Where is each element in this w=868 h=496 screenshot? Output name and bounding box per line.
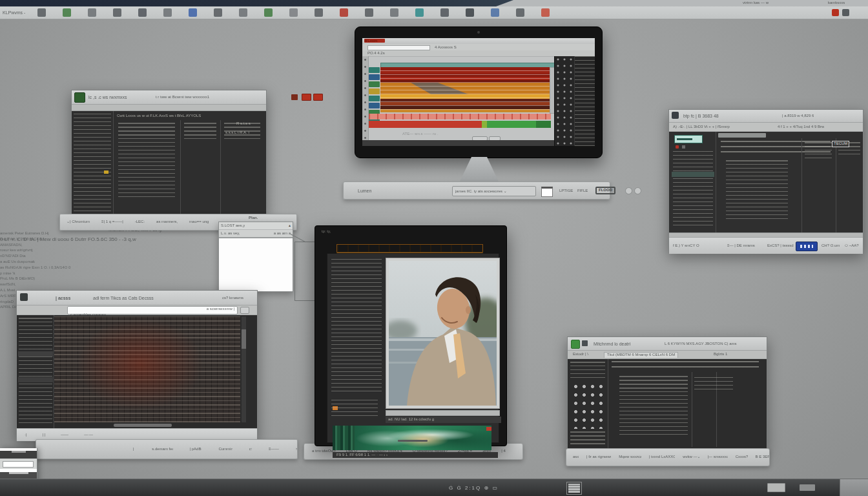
lowerright-bottom-item[interactable]: Mqew sxxzca [619, 455, 641, 460]
sidebar-highlight[interactable] [672, 172, 714, 177]
toolbar-icon[interactable] [138, 8, 147, 17]
right-status-mid1[interactable]: ≡— | DE mrams [727, 243, 755, 249]
data-grid[interactable] [54, 316, 240, 422]
toolbar-icon[interactable] [315, 8, 323, 17]
toolbar-icon[interactable] [466, 8, 474, 17]
toolbar-icon[interactable] [541, 8, 550, 17]
chevron-up-icon[interactable]: ▴ [289, 223, 291, 229]
preview-scrollbar[interactable] [386, 410, 500, 416]
toolbar-icon[interactable] [390, 8, 398, 17]
tab-strip[interactable] [718, 133, 766, 138]
lowerright-bottom-item[interactable]: | fz as rigrsews [586, 455, 611, 460]
taskbar-widget2[interactable] [800, 484, 815, 491]
right-sidebar-list[interactable] [673, 151, 713, 229]
floating-toolbar-item[interactable]: Cummins… [218, 447, 232, 452]
track-label[interactable] [369, 81, 380, 87]
toolbar-strip-item[interactable]: -LEC: [135, 220, 145, 225]
window-left-title-tab[interactable]: t r tww at Bcwmt tww wxxxxxx1 [156, 95, 209, 100]
popup-header-row2[interactable]: L.v. as vey, a as am a [219, 230, 293, 238]
scroll-thumb[interactable] [242, 329, 246, 349]
tabs-left[interactable]: Estodr | \ [573, 352, 588, 357]
sidebar-list[interactable] [19, 318, 52, 425]
address-bar[interactable]: c scrambles cummm a scwmwxxmw | [67, 306, 238, 315]
floating-toolbar-item[interactable]: s.demam fedam.s [152, 447, 172, 452]
right-status-right[interactable]: ⬭ ~AA? [845, 243, 859, 249]
toolbar-icon[interactable] [113, 8, 121, 17]
address-side-button[interactable] [240, 307, 249, 314]
lowerleft-titlebar[interactable]: | acsss adl ferm Tikcs as Cats Decsss cs… [17, 291, 257, 305]
toolbar-strip-item[interactable]: as manners, [156, 220, 178, 225]
sidebar-icon-grid[interactable] [572, 382, 605, 429]
tool-strip[interactable] [362, 56, 369, 146]
teal-input-box[interactable] [674, 135, 703, 143]
taskbar-widget[interactable] [767, 483, 785, 492]
lowerright-bottom-item[interactable]: B E 3EF [756, 455, 769, 460]
filmstrip-image[interactable] [355, 426, 491, 450]
toolbar-icon[interactable] [365, 8, 373, 17]
shelf-badge[interactable]: FLOOD [595, 187, 615, 194]
taskbar-notes-icon[interactable] [566, 482, 582, 495]
timeline-grid[interactable] [380, 67, 550, 112]
toolbar-icon[interactable] [63, 8, 71, 17]
toolbar-icon[interactable] [88, 8, 96, 17]
track-label[interactable] [369, 103, 380, 108]
close-button[interactable] [302, 94, 311, 101]
floating-toolbar-item[interactable]: ≡———| [269, 447, 279, 452]
lowerleft-title-center[interactable]: adl ferm Tikcs as Cats Decsss [93, 295, 154, 301]
track-label[interactable] [369, 96, 380, 101]
toolbar-icon[interactable] [440, 8, 449, 17]
display-shelf-item[interactable]: | 4 [501, 449, 506, 454]
toolbar-icon[interactable] [239, 8, 247, 17]
code-block[interactable] [619, 376, 688, 435]
popup-header-row1[interactable]: S.LOST aes,y ▴ [219, 222, 293, 230]
toolbar-strip-item[interactable]: mao== ung [189, 220, 209, 225]
tabs-mid[interactable]: Titul (MBDTM 6 Mnamp 6 CELxN 6 DM [604, 352, 678, 358]
shelf-label1[interactable]: LPTIGE [559, 189, 573, 194]
tabs-right[interactable]: Bglzts 1 [714, 352, 727, 357]
toolbar-right-gray-icon[interactable] [842, 9, 849, 16]
track-label[interactable] [369, 67, 380, 73]
toolbar-right-red-icon[interactable] [832, 9, 839, 16]
sidebar-highlight-row2[interactable] [18, 377, 53, 382]
shelf-dropdown[interactable]: james IIC. iy ats axcewores ⌄ [452, 186, 536, 196]
right-status-mid2[interactable]: ExCS? | tssssd [767, 243, 794, 249]
toolbar-strip-item[interactable]: ≡| 1 q =——| [101, 220, 123, 225]
right-titlebar[interactable]: btp fc | B 3683 48 | a.8319 w 4,829 6 [669, 110, 863, 123]
lowerright-bottom-item[interactable]: | txxnd LxAXXO [649, 455, 676, 460]
track-label[interactable] [369, 74, 380, 80]
shelf-label2[interactable]: FIFLE [577, 189, 588, 194]
shelf-circle-icon[interactable] [625, 187, 632, 194]
floating-toolbar-item[interactable]: c> [249, 447, 252, 452]
toolbar-icon[interactable] [491, 8, 499, 17]
shelf-circle-icon2[interactable] [634, 187, 641, 194]
title-darkred-button[interactable] [291, 94, 298, 100]
tecum-box[interactable]: TECUM [832, 141, 849, 147]
sidebar-highlight-row[interactable] [18, 351, 53, 356]
lowerright-bottom-item[interactable]: Cxxxs? [736, 455, 748, 460]
corner-window-titlebar[interactable] [0, 451, 37, 459]
toolbar-icon[interactable] [264, 8, 273, 17]
code-panel[interactable] [331, 259, 382, 395]
blue-badge[interactable] [796, 242, 818, 251]
floating-toolbar-item[interactable]: | | [133, 447, 135, 452]
toolbar-icon[interactable] [340, 8, 348, 17]
toolbar-icon[interactable] [289, 8, 298, 17]
grid-vscrollbar[interactable] [242, 316, 246, 422]
search-input[interactable] [367, 45, 430, 50]
lowerright-bottom-item[interactable]: wvkw —⌄ [683, 455, 699, 460]
lowerright-bottom-item[interactable]: |— smsxxxd [708, 455, 728, 460]
left-tree-panel[interactable] [74, 114, 111, 212]
floating-toolbar-item[interactable]: > [296, 447, 297, 452]
toolbar-icon[interactable] [163, 8, 172, 17]
popup-body[interactable] [219, 238, 293, 291]
window-left-titlebar[interactable]: lc ,s .c ws rwxmxxs t r tww at Bcwmt tww… [72, 90, 266, 105]
toolbar-icon[interactable] [189, 8, 197, 17]
code-area[interactable] [726, 160, 788, 222]
grid-hscrollbar[interactable] [114, 424, 172, 427]
toolbar-icon[interactable] [415, 8, 424, 17]
lowerright-bottom-item[interactable]: asx [573, 455, 579, 460]
toolbar-strip-item[interactable]: ⌄| Chromium [67, 220, 90, 225]
toolbar-icon[interactable] [37, 8, 46, 17]
toolbar-icon[interactable] [516, 8, 524, 17]
track-label[interactable] [369, 88, 380, 94]
